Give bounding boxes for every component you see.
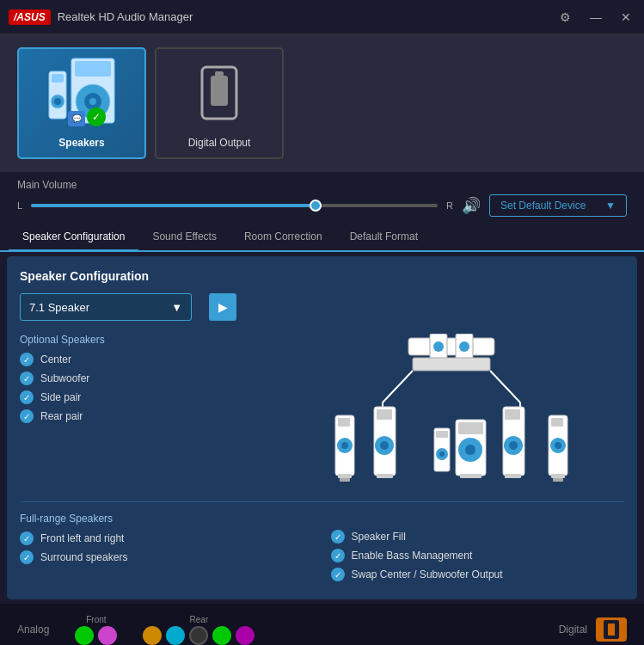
settings-button[interactable]: ⚙ (555, 9, 575, 26)
rear-port-1[interactable] (143, 626, 162, 645)
full-range-left-col: Full-range Speakers ✓ Front left and rig… (20, 513, 314, 587)
svg-rect-45 (505, 409, 520, 420)
config-selection-row: 7.1 Speaker ▼ ▶ (20, 293, 624, 321)
checkbox-front-left-right: ✓ Front left and right (20, 531, 314, 545)
speaker-diagram-area (278, 334, 624, 497)
checkbox-subwoofer: ✓ Subwoofer (20, 372, 261, 385)
svg-line-18 (383, 371, 413, 402)
svg-rect-41 (460, 474, 481, 478)
side-pair-label: Side pair (40, 391, 81, 403)
surround-speakers-label: Surround speakers (40, 551, 127, 563)
checkbox-swap-output: ✓ Swap Center / Subwoofer Output (331, 568, 625, 581)
svg-rect-17 (413, 358, 490, 371)
right-channel-label: R (446, 200, 453, 211)
check-swap-icon: ✓ (331, 568, 345, 581)
check-center-icon: ✓ (20, 353, 34, 366)
digital-output-label: Digital Output (188, 137, 251, 149)
check-front-icon: ✓ (20, 531, 34, 545)
full-range-right-col: ✓ Speaker Fill ✓ Enable Bass Management … (331, 513, 625, 587)
tab-default-format[interactable]: Default Format (336, 224, 432, 252)
volume-thumb[interactable] (310, 200, 322, 212)
svg-point-24 (341, 442, 348, 449)
digital-port-icon[interactable] (596, 617, 627, 642)
speaker-diagram-svg (331, 334, 572, 497)
check-speaker-fill-icon: ✓ (331, 530, 345, 544)
speakers-icon-area: 💬 ✓ (47, 49, 116, 137)
rear-port-3[interactable] (189, 626, 208, 645)
rear-label: Rear (190, 615, 209, 624)
play-icon: ▶ (218, 300, 228, 314)
main-content-area: Speaker Configuration 7.1 Speaker ▼ ▶ Op… (7, 256, 637, 599)
svg-rect-46 (505, 474, 521, 478)
titlebar: /ASUS Realtek HD Audio Manager ⚙ — ✕ (0, 0, 644, 34)
active-check-badge: ✓ (87, 108, 106, 126)
rear-port-5[interactable] (236, 626, 255, 645)
svg-rect-32 (377, 474, 393, 478)
front-port-2[interactable] (98, 626, 117, 645)
rear-port-group: Rear (143, 615, 255, 645)
front-left-right-label: Front left and right (40, 532, 124, 544)
front-ports-row (75, 626, 117, 645)
window-controls: ⚙ — ✕ (555, 9, 635, 26)
speaker-config-dropdown[interactable]: 7.1 Speaker ▼ (20, 293, 192, 321)
app-logo: /ASUS Realtek HD Audio Manager (9, 9, 193, 25)
svg-point-2 (54, 98, 61, 105)
digital-label: Digital (559, 624, 587, 636)
center-label: Center (40, 353, 71, 366)
optional-speakers-title: Optional Speakers (20, 334, 261, 346)
checkbox-side-pair: ✓ Side pair (20, 390, 261, 404)
rear-pair-label: Rear pair (40, 410, 83, 422)
speaker-config-value: 7.1 Speaker (29, 301, 89, 314)
rear-port-2[interactable] (166, 626, 185, 645)
digital-output-icon-area (189, 49, 249, 137)
volume-fill (31, 204, 316, 207)
checkbox-bass-management: ✓ Enable Bass Management (331, 549, 625, 562)
set-default-device-button[interactable]: Set Default Device ▼ (489, 194, 627, 217)
svg-rect-25 (338, 418, 350, 427)
full-range-section: Full-range Speakers ✓ Front left and rig… (20, 501, 624, 587)
set-default-device-label: Set Default Device (500, 200, 586, 212)
volume-area: Main Volume L R 🔊 Set Default Device ▼ (0, 172, 644, 224)
checkbox-surround: ✓ Surround speakers (20, 550, 314, 564)
svg-rect-50 (551, 418, 563, 427)
svg-line-19 (490, 371, 520, 402)
device-selection-area: 💬 ✓ Speakers Digital Output (0, 34, 644, 172)
svg-rect-8 (75, 61, 111, 77)
svg-rect-36 (436, 431, 448, 438)
digital-output-device-card[interactable]: Digital Output (155, 47, 284, 159)
swap-output-label: Swap Center / Subwoofer Output (352, 568, 503, 580)
speaker-fill-label: Speaker Fill (352, 531, 406, 543)
rear-port-4[interactable] (212, 626, 231, 645)
config-two-col: Optional Speakers ✓ Center ✓ Subwoofer ✓… (20, 334, 624, 497)
front-port-1[interactable] (75, 626, 94, 645)
play-test-button[interactable]: ▶ (209, 293, 236, 321)
digital-section: Digital (559, 617, 627, 642)
digital-port-bar (608, 624, 615, 636)
rear-ports-row (143, 626, 255, 645)
tab-speaker-configuration[interactable]: Speaker Configuration (9, 224, 138, 252)
svg-point-35 (439, 452, 445, 457)
volume-slider[interactable] (31, 204, 438, 207)
speaker-volume-icon: 🔊 (462, 196, 481, 215)
digital-port-inner (604, 620, 619, 639)
svg-point-16 (459, 341, 469, 352)
checkbox-center: ✓ Center (20, 353, 261, 366)
volume-controls: L R 🔊 Set Default Device ▼ (17, 194, 627, 217)
minimize-button[interactable]: — (586, 9, 606, 26)
speakers-device-card[interactable]: 💬 ✓ Speakers (17, 47, 146, 159)
svg-rect-27 (340, 478, 350, 482)
svg-rect-52 (553, 478, 563, 482)
tabs-bar: Speaker Configuration Sound Effects Room… (0, 224, 644, 252)
check-surround-icon: ✓ (20, 550, 34, 564)
svg-point-44 (509, 441, 518, 450)
left-channel-label: L (17, 200, 22, 211)
tab-sound-effects[interactable]: Sound Effects (138, 224, 230, 252)
svg-rect-40 (458, 422, 483, 434)
svg-rect-3 (52, 74, 64, 83)
svg-point-49 (555, 442, 561, 449)
tab-room-correction[interactable]: Room Correction (230, 224, 336, 252)
svg-point-39 (465, 445, 475, 455)
close-button[interactable]: ✕ (616, 9, 635, 26)
svg-rect-26 (338, 474, 352, 478)
full-range-title: Full-range Speakers (20, 513, 314, 525)
